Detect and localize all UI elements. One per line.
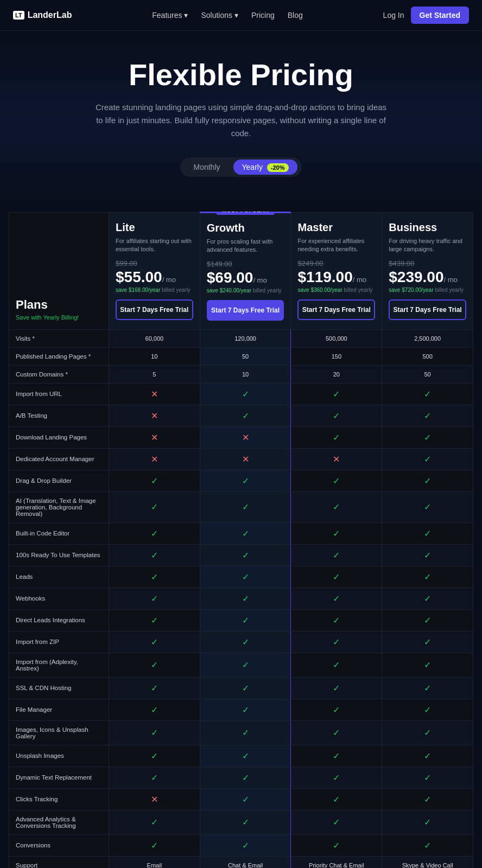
yearly-toggle[interactable]: Yearly -20% (233, 159, 297, 175)
check-icon: ✓ (424, 390, 431, 399)
feature-value: ✓ (291, 720, 382, 745)
cross-icon: ✕ (151, 455, 158, 464)
feature-value: 50 (200, 347, 291, 365)
check-icon: ✓ (424, 455, 431, 464)
feature-row: A/B Testing✕✓✓✓ (9, 405, 473, 426)
feature-name: Import from (Adplexity, Anstrex) (9, 653, 109, 677)
plan-savings-lite: save $168.00/year billed yearly (116, 287, 193, 293)
feature-value: Priority Chat & Email (291, 856, 382, 868)
check-icon: ✓ (333, 841, 340, 850)
feature-name: Import from URL (9, 383, 109, 405)
feature-value: ✓ (109, 492, 200, 522)
feature-value: ✓ (291, 677, 382, 699)
check-icon: ✓ (424, 502, 431, 512)
check-icon: ✓ (151, 502, 158, 512)
feature-value: 50 (382, 365, 473, 383)
plan-orig-price-growth: $149.00 (207, 260, 284, 268)
feature-name: Unsplash Images (9, 745, 109, 767)
feature-row: Dynamic Text Replacement✓✓✓✓ (9, 767, 473, 788)
check-icon: ✓ (333, 551, 340, 560)
pricing-table: Plans Save with Yearly Billing! Lite For… (9, 212, 473, 868)
feature-name: A/B Testing (9, 405, 109, 426)
feature-name: Download Landing Pages (9, 426, 109, 448)
feature-name: Visits * (9, 329, 109, 347)
feature-value: ✓ (109, 544, 200, 566)
check-icon: ✓ (424, 818, 431, 827)
feature-value: 5 (109, 365, 200, 383)
feature-name: Conversions (9, 834, 109, 856)
trial-button-master[interactable]: Start 7 Days Free Trial (297, 299, 375, 320)
check-icon: ✓ (242, 551, 249, 560)
plans-label-cell: Plans Save with Yearly Billing! (9, 213, 109, 330)
feature-value: 500,000 (291, 329, 382, 347)
feature-value: ✓ (291, 834, 382, 856)
feature-value: ✓ (382, 383, 473, 405)
check-icon: ✓ (242, 795, 249, 804)
feature-row: Built-in Code Editor✓✓✓✓ (9, 522, 473, 544)
feature-name: Webhooks (9, 588, 109, 609)
feature-value: ✓ (382, 788, 473, 810)
feature-value: ✓ (382, 767, 473, 788)
feature-value: Skype & Video Call (382, 856, 473, 868)
feature-value: ✓ (200, 405, 291, 426)
check-icon: ✓ (333, 818, 340, 827)
check-icon: ✓ (333, 728, 340, 737)
feature-value: ✓ (291, 544, 382, 566)
feature-row: Images, Icons & Unsplash Gallery✓✓✓✓ (9, 720, 473, 745)
nav-solutions[interactable]: Solutions ▾ (201, 11, 238, 20)
feature-value: ✓ (291, 653, 382, 677)
plan-price-growth: $69.00/ mo (207, 269, 284, 286)
check-icon: ✓ (242, 594, 249, 603)
check-icon: ✓ (151, 551, 158, 560)
feature-value: ✓ (382, 405, 473, 426)
check-icon: ✓ (242, 529, 249, 538)
nav-blog[interactable]: Blog (288, 11, 303, 20)
feature-value: ✓ (291, 767, 382, 788)
login-button[interactable]: Log In (383, 11, 404, 20)
trial-button-lite[interactable]: Start 7 Days Free Trial (116, 299, 193, 320)
check-icon: ✓ (424, 594, 431, 603)
feature-value: 2,500,000 (382, 329, 473, 347)
plan-desc-business: For driving heavy traffic and large camp… (389, 237, 466, 254)
plans-sublabel: Save with Yearly Billing! (16, 314, 102, 321)
feature-value: ✓ (109, 767, 200, 788)
monthly-toggle[interactable]: Monthly (185, 159, 229, 175)
trial-button-growth[interactable]: Start 7 Days Free Trial (207, 300, 284, 321)
check-icon: ✓ (424, 433, 431, 442)
check-icon: ✓ (333, 572, 340, 582)
nav-pricing[interactable]: Pricing (251, 11, 275, 20)
feature-row: Dedicated Account Manager✕✕✕✓ (9, 448, 473, 470)
feature-value: 150 (291, 347, 382, 365)
check-icon: ✓ (333, 616, 340, 625)
feature-value: ✓ (291, 492, 382, 522)
feature-value: ✓ (382, 631, 473, 653)
plan-price-business: $239.00/ mo (389, 269, 466, 286)
plan-desc-growth: For pros scaling fast with advanced feat… (207, 238, 284, 254)
check-icon: ✓ (151, 594, 158, 603)
check-icon: ✓ (242, 818, 249, 827)
feature-value: ✕ (200, 448, 291, 470)
feature-row: Leads✓✓✓✓ (9, 566, 473, 588)
feature-value: ✓ (382, 448, 473, 470)
feature-name: Published Landing Pages * (9, 347, 109, 365)
feature-value: ✓ (291, 588, 382, 609)
feature-value: ✓ (200, 492, 291, 522)
logo[interactable]: LT LanderLab (13, 10, 72, 20)
check-icon: ✓ (424, 529, 431, 538)
plan-header-business: Business For driving heavy traffic and l… (382, 213, 473, 330)
check-icon: ✓ (151, 773, 158, 782)
feature-value: ✓ (109, 470, 200, 492)
check-icon: ✓ (242, 705, 249, 714)
feature-row: Webhooks✓✓✓✓ (9, 588, 473, 609)
check-icon: ✓ (242, 660, 249, 669)
check-icon: ✓ (424, 841, 431, 850)
feature-value: ✓ (291, 631, 382, 653)
trial-button-business[interactable]: Start 7 Days Free Trial (389, 299, 466, 320)
feature-name: Drag & Drop Builder (9, 470, 109, 492)
get-started-button[interactable]: Get Started (411, 7, 469, 24)
feature-value: ✓ (109, 834, 200, 856)
nav-features[interactable]: Features ▾ (152, 11, 188, 20)
check-icon: ✓ (333, 411, 340, 420)
feature-value: 20 (291, 365, 382, 383)
feature-value: ✓ (200, 745, 291, 767)
